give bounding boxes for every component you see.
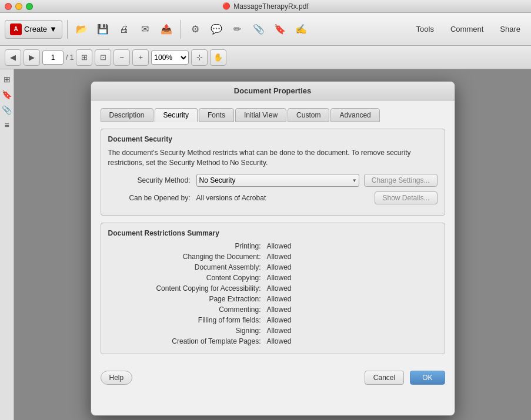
share-button[interactable]: Share	[494, 22, 526, 36]
restriction-label: Content Copying for Accessibility:	[108, 284, 261, 293]
restrictions-title: Document Restrictions Summary	[108, 229, 438, 237]
preferences-button[interactable]: ⚙	[186, 20, 205, 39]
page-total: / 1	[66, 53, 74, 62]
tab-security[interactable]: Security	[155, 108, 198, 122]
restriction-label: Creation of Template Pages:	[108, 337, 261, 345]
security-select-container: No Security Password Security Certificat…	[196, 174, 359, 187]
create-icon: A	[10, 23, 22, 35]
nav-next-button[interactable]: ▶	[24, 49, 40, 66]
restriction-label: Changing the Document:	[108, 253, 261, 261]
restriction-row: Changing the Document:Allowed	[108, 253, 438, 261]
toolbar-right: Tools Comment Share	[410, 22, 526, 36]
footer-actions: Cancel OK	[365, 371, 445, 385]
restriction-value: Allowed	[267, 327, 292, 335]
zoom-select[interactable]: 100% 75% 125%	[151, 51, 189, 65]
security-method-row: Security Method: No Security Password Se…	[108, 174, 438, 187]
security-description: The document's Security Method restricts…	[108, 148, 438, 168]
dialog-title: Document Properties	[91, 82, 455, 100]
tab-initial-view[interactable]: Initial View	[235, 108, 286, 122]
comment-right-button[interactable]: Comment	[445, 22, 489, 36]
document-properties-dialog: Document Properties Description Security…	[91, 81, 455, 416]
navigation-bar: ◀ ▶ 1 / 1 ⊞ ⊡ − + 100% 75% 125% ⊹ ✋	[0, 46, 531, 69]
restriction-value: Allowed	[267, 305, 292, 314]
security-method-label: Security Method:	[108, 176, 191, 184]
can-be-opened-wrapper: All versions of Acrobat Show Details...	[196, 191, 438, 204]
restriction-row: Commenting:Allowed	[108, 305, 438, 314]
restrictions-section: Document Restrictions Summary Printing:A…	[101, 223, 445, 354]
restriction-value: Allowed	[267, 253, 292, 261]
page-thumbnail-icon[interactable]: ⊞	[2, 74, 12, 85]
close-button[interactable]	[5, 3, 12, 10]
restriction-value: Allowed	[267, 263, 292, 271]
nav-prev-button[interactable]: ◀	[5, 49, 21, 66]
restriction-value: Allowed	[267, 242, 292, 250]
tab-description[interactable]: Description	[101, 108, 153, 122]
restriction-label: Document Assembly:	[108, 263, 261, 271]
select-tool-button[interactable]: ⊹	[191, 49, 208, 66]
create-button[interactable]: A Create ▼	[5, 20, 62, 39]
restriction-label: Filling of form fields:	[108, 316, 261, 324]
zoom-in-button[interactable]: +	[132, 49, 149, 66]
tab-custom[interactable]: Custom	[288, 108, 329, 122]
page-number-input[interactable]: 1	[42, 51, 64, 65]
open-button[interactable]: 📂	[72, 20, 91, 39]
toolbar: A Create ▼ 📂 💾 🖨 ✉ 📤 ⚙ 💬 ✏ 📎 🔖 ✍ Tools C…	[0, 13, 531, 46]
tab-fonts[interactable]: Fonts	[199, 108, 234, 122]
zoom-out-button[interactable]: −	[113, 49, 130, 66]
restriction-row: Signing:Allowed	[108, 327, 438, 335]
restriction-row: Creation of Template Pages:Allowed	[108, 337, 438, 345]
comment-button[interactable]: 💬	[207, 20, 226, 39]
restriction-row: Printing:Allowed	[108, 242, 438, 250]
can-be-opened-label: Can be Opened by:	[108, 194, 191, 202]
restriction-value: Allowed	[267, 284, 292, 293]
main-area: ⊞ 🔖 📎 ≡ Document Properties Description …	[0, 69, 531, 420]
separator2	[181, 20, 181, 39]
send-button[interactable]: 📤	[157, 20, 176, 39]
change-settings-button[interactable]: Change Settings...	[364, 174, 438, 187]
restrictions-list: Printing:AllowedChanging the Document:Al…	[108, 242, 438, 345]
security-method-select[interactable]: No Security Password Security Certificat…	[196, 174, 359, 187]
sign-button[interactable]: ✍	[292, 20, 310, 39]
cancel-button[interactable]: Cancel	[365, 371, 404, 385]
maximize-button[interactable]	[26, 3, 33, 10]
attachment-panel-icon[interactable]: 📎	[2, 105, 12, 115]
document-security-title: Document Security	[108, 135, 438, 143]
hand-tool-button[interactable]: ✋	[210, 49, 226, 66]
restriction-label: Printing:	[108, 242, 261, 250]
content-area: Document Properties Description Security…	[14, 69, 531, 420]
stamp-button[interactable]: 🔖	[270, 20, 289, 39]
email-button[interactable]: ✉	[136, 20, 155, 39]
restriction-value: Allowed	[267, 295, 292, 303]
restriction-row: Content Copying:Allowed	[108, 274, 438, 282]
markup-button[interactable]: ✏	[228, 20, 247, 39]
security-select-wrapper: No Security Password Security Certificat…	[196, 174, 438, 187]
restriction-value: Allowed	[267, 337, 292, 345]
title-bar: 🔴 MassageTherapyRx.pdf	[0, 0, 531, 13]
dialog-content: Description Security Fonts Initial View …	[91, 100, 455, 364]
pdf-icon: 🔴	[222, 2, 231, 10]
help-button[interactable]: Help	[101, 371, 133, 385]
restriction-label: Signing:	[108, 327, 261, 335]
restriction-row: Document Assembly:Allowed	[108, 263, 438, 271]
window-controls[interactable]	[5, 3, 33, 10]
minimize-button[interactable]	[15, 3, 22, 10]
tab-bar: Description Security Fonts Initial View …	[101, 107, 445, 122]
attach-button[interactable]: 📎	[249, 20, 268, 39]
tools-button[interactable]: Tools	[410, 22, 440, 36]
ok-button[interactable]: OK	[410, 371, 445, 385]
fit-width-button[interactable]: ⊡	[95, 49, 111, 66]
restriction-row: Page Extraction:Allowed	[108, 295, 438, 303]
restriction-label: Page Extraction:	[108, 295, 261, 303]
tab-advanced[interactable]: Advanced	[330, 108, 379, 122]
restriction-row: Content Copying for Accessibility:Allowe…	[108, 284, 438, 293]
layers-icon[interactable]: ≡	[2, 120, 12, 130]
window-title: 🔴 MassageTherapyRx.pdf	[222, 2, 308, 11]
show-details-button[interactable]: Show Details...	[375, 191, 437, 204]
bookmark-icon[interactable]: 🔖	[2, 89, 12, 100]
restriction-label: Commenting:	[108, 305, 261, 314]
restriction-label: Content Copying:	[108, 274, 261, 282]
print-button[interactable]: 🖨	[115, 20, 133, 39]
can-be-opened-value: All versions of Acrobat	[196, 194, 370, 202]
save-button[interactable]: 💾	[93, 20, 112, 39]
fit-page-button[interactable]: ⊞	[76, 49, 92, 66]
